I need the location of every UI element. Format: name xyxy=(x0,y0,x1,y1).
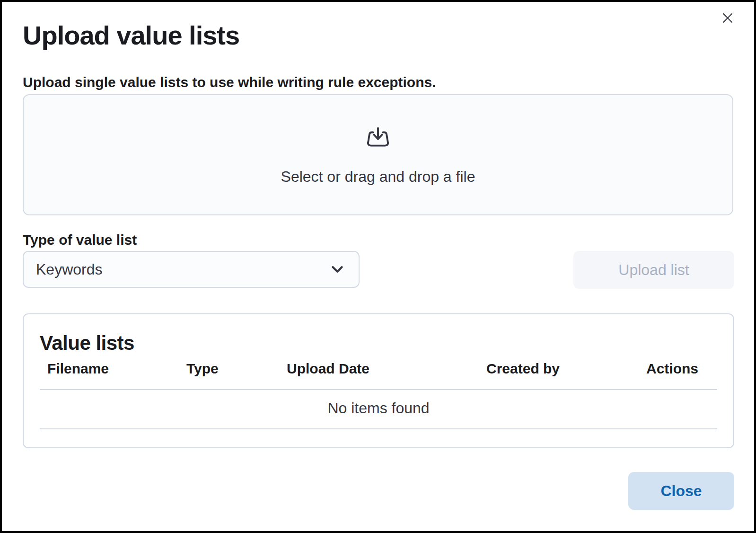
value-list-type-select[interactable]: Keywords xyxy=(23,251,360,288)
close-button[interactable]: Close xyxy=(628,472,734,510)
close-icon xyxy=(720,10,735,26)
no-items-found-message: No items found xyxy=(40,390,717,429)
close-modal-button[interactable] xyxy=(717,8,738,28)
column-header-upload-date: Upload Date xyxy=(279,361,479,390)
empty-state-row: No items found xyxy=(40,390,717,429)
column-header-created-by: Created by xyxy=(479,361,625,390)
table-header-row: Filename Type Upload Date Created by Act… xyxy=(40,361,717,390)
chevron-down-icon xyxy=(328,260,346,278)
column-header-type: Type xyxy=(179,361,279,390)
modal-content: Upload value lists Upload single value l… xyxy=(2,2,754,531)
dropzone-label: Select or drag and drop a file xyxy=(281,168,475,186)
modal-title: Upload value lists xyxy=(23,21,239,50)
modal-description: Upload single value lists to use while w… xyxy=(23,74,436,90)
column-header-filename: Filename xyxy=(40,361,179,390)
import-download-tray-icon xyxy=(363,124,393,154)
file-dropzone[interactable]: Select or drag and drop a file xyxy=(23,94,733,215)
select-selected-value: Keywords xyxy=(36,261,103,278)
value-lists-panel-title: Value lists xyxy=(40,332,717,354)
upload-list-button[interactable]: Upload list xyxy=(573,251,734,289)
upload-value-lists-modal: Upload value lists Upload single value l… xyxy=(0,0,756,533)
value-list-type-label: Type of value list xyxy=(23,232,137,248)
value-lists-table: Filename Type Upload Date Created by Act… xyxy=(40,361,717,429)
value-lists-panel: Value lists Filename Type Upload Date Cr… xyxy=(23,313,734,448)
column-header-actions: Actions xyxy=(625,361,717,390)
